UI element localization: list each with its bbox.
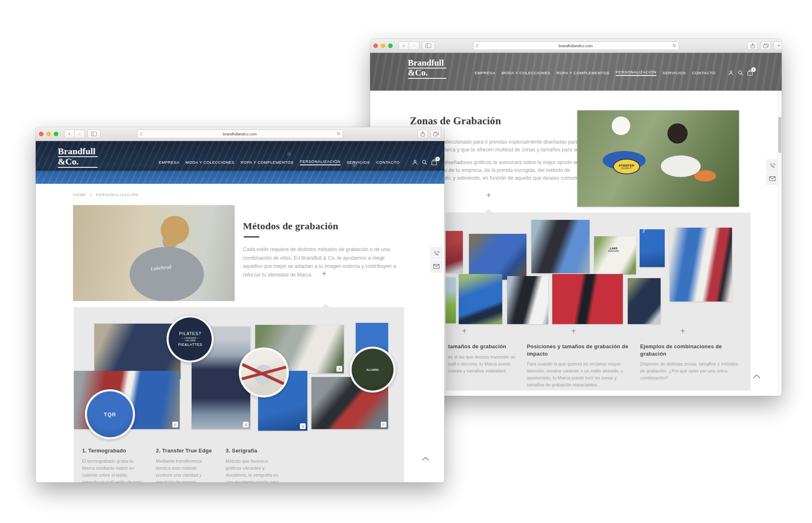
gallery-photo-steelbody-tee: SteelBody — [640, 229, 665, 267]
search-icon[interactable] — [422, 160, 427, 165]
cart-button[interactable]: 0 — [431, 159, 437, 165]
safari-window-front: ‹ › ☰ brandfullandco.com ↻ — [36, 127, 444, 482]
main-nav: EMPRESA MODA Y COLECCIONES ROPA Y COMPLE… — [159, 159, 444, 165]
column-termograbado: 1. Termograbado El termograbado graba tu… — [82, 447, 144, 482]
expand-button[interactable]: + — [322, 269, 327, 279]
photo-number-badge: 5 — [300, 423, 306, 429]
account-icon[interactable] — [412, 160, 418, 165]
tabs-icon — [433, 132, 439, 136]
desktop: ‹ › ☰ brandfullandco.com ↻ + — [0, 0, 812, 523]
email-contact-button[interactable] — [766, 173, 778, 185]
expand-button[interactable]: + — [486, 191, 491, 200]
minimize-window-button[interactable] — [381, 43, 385, 48]
search-icon[interactable] — [738, 70, 743, 75]
gallery-expand-2[interactable]: + — [571, 327, 576, 336]
forward-button[interactable]: › — [75, 130, 85, 138]
mail-icon — [769, 176, 775, 181]
gallery-photo-couple-sweatshirts — [531, 220, 590, 273]
nav-item-empresa[interactable]: EMPRESA — [475, 71, 496, 75]
nav-item-ropa[interactable]: ROPA Y COMPLEMENTOS — [557, 71, 610, 75]
hero-photo: Lakehead — [73, 205, 235, 301]
account-icon[interactable] — [728, 70, 734, 75]
photo-number-badge: 3 — [243, 422, 249, 427]
phone-contact-button[interactable] — [766, 160, 778, 171]
url-text: brandfullandco.com — [479, 43, 673, 48]
contact-floaters — [430, 247, 442, 272]
url-text: brandfullandco.com — [143, 132, 337, 136]
photo-number-badge: 2 — [172, 422, 178, 427]
address-bar[interactable]: ☰ brandfullandco.com ↻ — [137, 130, 343, 138]
minimize-window-button[interactable] — [46, 132, 51, 136]
zoom-window-button[interactable] — [388, 43, 393, 48]
sidebar-icon — [425, 43, 431, 48]
close-window-button[interactable] — [39, 132, 43, 136]
nav-item-personalizacion[interactable]: PERSONALIZACIÓN — [616, 70, 656, 76]
cart-button[interactable]: 0 — [747, 70, 753, 76]
share-icon — [750, 43, 755, 48]
new-tab-button[interactable]: + — [773, 41, 782, 50]
site-logo[interactable]: Brandfull &Co. — [408, 59, 446, 79]
scrollbar-track[interactable] — [778, 91, 782, 396]
gallery-expand-3[interactable]: + — [680, 327, 685, 336]
logo-line-1: Brandfull — [408, 59, 446, 69]
column-impact-sizes: Posiciones y tamaños de grabación de imp… — [527, 343, 629, 388]
page-body: HOME > PERSONALIZACIÓN Lakehead Métodos … — [36, 184, 444, 482]
close-window-button[interactable] — [373, 43, 378, 48]
tab-overview-button[interactable] — [430, 130, 441, 138]
gallery-expand-1[interactable]: + — [462, 327, 467, 336]
sidebar-toggle-button[interactable] — [422, 41, 435, 50]
nav-item-servicios[interactable]: SERVICIOS — [663, 71, 686, 75]
nav-item-contacto[interactable]: CONTACTO — [692, 71, 716, 75]
logo-line-2: &Co. — [58, 157, 98, 167]
scrollbar-thumb[interactable] — [778, 117, 781, 153]
main-nav: EMPRESA MODA Y COLECCIONES ROPA Y COMPLE… — [475, 70, 782, 76]
zoom-window-button[interactable] — [54, 132, 58, 136]
page-title: Métodos de grabación — [243, 221, 339, 232]
forward-button[interactable]: › — [409, 41, 419, 50]
nav-item-servicios[interactable]: SERVICIOS — [347, 160, 370, 164]
reload-icon[interactable]: ↻ — [337, 131, 341, 137]
reload-icon[interactable]: ↻ — [672, 43, 676, 48]
scroll-to-top-button[interactable] — [753, 373, 761, 380]
nav-item-moda[interactable]: MODA Y COLECCIONES — [501, 71, 550, 75]
panel-notch — [485, 209, 492, 212]
phone-icon — [770, 163, 775, 169]
nav-item-ropa[interactable]: ROPA Y COMPLEMENTOS — [241, 160, 294, 164]
site-logo[interactable]: Brandfull &Co. — [58, 147, 98, 168]
gallery-panel: 1 4 6 3 2 5 7 — [74, 307, 404, 482]
email-contact-button[interactable] — [430, 260, 442, 272]
logo-line-1: Brandfull — [58, 147, 98, 157]
sidebar-icon — [91, 132, 97, 136]
column-standard-sizes: tamaños de grabación es el las que desee… — [448, 343, 516, 388]
gallery-photo-two-women — [670, 228, 732, 301]
address-bar[interactable]: ☰ brandfullandco.com ↻ — [473, 41, 679, 50]
tab-overview-button[interactable] — [760, 41, 771, 50]
hero-print-badge: ATWATER UNIVERSITY — [613, 159, 640, 174]
photo-number-badge: 4 — [336, 366, 342, 372]
intro-text: eleccionado para ti prendas especialment… — [444, 138, 584, 182]
browser-toolbar: ‹ › ☰ brandfullandco.com ↻ + — [370, 39, 782, 53]
gallery-photo-runner-blue — [459, 274, 502, 324]
gallery-photo-navy-hoodie-girl — [628, 278, 661, 324]
panel-notch — [322, 304, 329, 307]
share-button[interactable] — [417, 130, 428, 138]
phone-contact-button[interactable] — [430, 247, 442, 259]
share-icon — [421, 131, 425, 137]
nav-item-contacto[interactable]: CONTACTO — [376, 160, 400, 164]
sidebar-toggle-button[interactable] — [87, 130, 101, 138]
share-button[interactable] — [747, 41, 758, 50]
gallery-panel: LAKE BERNARD SteelBody + + + — [446, 212, 750, 391]
breadcrumb-home-link[interactable]: HOME — [73, 193, 86, 197]
nav-item-empresa[interactable]: EMPRESA — [159, 160, 180, 164]
gallery-photo-red-canada-jacket — [552, 274, 623, 324]
tshirt-print: Lakehead — [150, 263, 172, 272]
back-button[interactable]: ‹ — [64, 130, 75, 138]
cart-count-badge: 0 — [435, 157, 440, 161]
back-button[interactable]: ‹ — [398, 41, 409, 50]
nav-item-personalizacion[interactable]: PERSONALIZACIÓN — [300, 159, 341, 165]
tabs-icon — [763, 43, 769, 48]
scroll-to-top-button[interactable] — [421, 455, 430, 463]
mail-icon — [433, 264, 439, 269]
nav-item-moda[interactable]: MODA Y COLECCIONES — [185, 160, 234, 164]
traffic-lights — [39, 132, 58, 136]
